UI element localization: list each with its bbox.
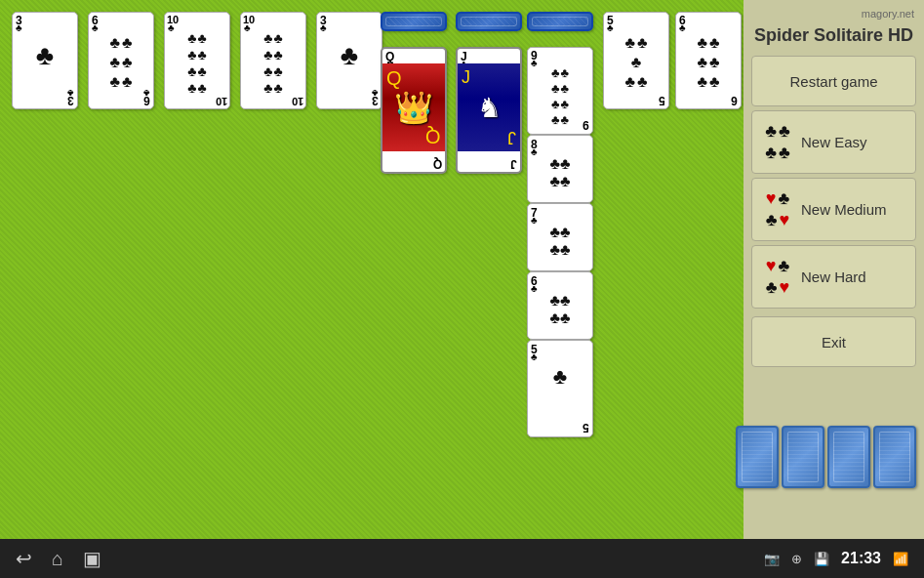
card-column-1: 3 ♣ ♣ 3 ♣ (12, 12, 78, 109)
status-bar: 📷 ⊕ 💾 21:33 📶 (764, 550, 908, 567)
card-column-10: 6 ♣ ♣♣ ♣♣ ♣♣ 6 (675, 12, 742, 109)
card-queen[interactable]: Q ♣ 👑 Q Q Q (381, 47, 447, 174)
card-column-9: 5 ♣ ♣♣ ♣ ♣♣ 5 (603, 12, 669, 109)
storage-icon: 💾 (814, 552, 829, 566)
card-facedown-col7 (456, 12, 522, 31)
card-jack[interactable]: J ♣ ♞ J J J (456, 47, 522, 174)
card-7-clubs[interactable]: 7 ♣ ♣♣♣♣ (527, 203, 593, 271)
card-column-7: J ♣ ♞ J J J (456, 12, 522, 158)
card-6-clubs[interactable]: 6 ♣ ♣♣ ♣♣ ♣♣ 6 ♣ (88, 12, 154, 109)
deck-card-4[interactable] (873, 426, 916, 488)
playing-area: 3 ♣ ♣ 3 ♣ 6 ♣ ♣♣ ♣♣ ♣♣ 6 ♣ (0, 0, 743, 539)
restart-button[interactable]: Restart game (751, 56, 916, 106)
deck-card-1[interactable] (736, 426, 779, 488)
deck-card-2[interactable] (782, 426, 824, 488)
new-hard-button[interactable]: ♥ ♣ ♣ ♥ New Hard (751, 245, 916, 309)
card-8-clubs[interactable]: 8 ♣ ♣♣♣♣ (527, 135, 593, 203)
hard-icon: ♥ ♣ ♣ ♥ (764, 256, 791, 298)
card-5-clubs[interactable]: 5 ♣ ♣ 5 (527, 340, 593, 437)
card-column-8: 9 ♣ ♣♣ ♣♣ ♣♣ ♣♣ 9 8 ♣ ♣♣♣♣ 7 ♣ ♣♣♣♣ (527, 12, 593, 422)
wifi-icon: ⊕ (791, 552, 802, 566)
card-column-3: 10 ♣ ♣♣ ♣♣ ♣♣ ♣♣ 10 (164, 12, 230, 109)
card-10-clubs-b[interactable]: 10 ♣ ♣♣ ♣♣ ♣♣ ♣♣ 10 (240, 12, 306, 109)
card-facedown-col8a (527, 12, 593, 31)
app-credit: magory.net (751, 8, 916, 21)
new-medium-label: New Medium (801, 201, 887, 218)
game-area: 3 ♣ ♣ 3 ♣ 6 ♣ ♣♣ ♣♣ ♣♣ 6 ♣ (0, 0, 743, 539)
new-easy-label: New Easy (801, 134, 867, 150)
new-medium-button[interactable]: ♥ ♣ ♣ ♥ New Medium (751, 178, 916, 241)
back-button[interactable]: ↩ (16, 547, 32, 570)
card-6-clubs-c[interactable]: 6 ♣ ♣♣ ♣♣ ♣♣ 6 (675, 12, 742, 109)
clubs-easy-icon: ♣ ♣ ♣ ♣ (764, 121, 791, 163)
time-display: 21:33 (841, 550, 881, 567)
medium-icon: ♥ ♣ ♣ ♥ (764, 188, 791, 230)
card-column-4: 10 ♣ ♣♣ ♣♣ ♣♣ ♣♣ 10 (240, 12, 306, 109)
screen-icon: 📷 (764, 552, 780, 566)
new-easy-button[interactable]: ♣ ♣ ♣ ♣ New Easy (751, 110, 916, 174)
card-5-clubs-b[interactable]: 5 ♣ ♣♣ ♣ ♣♣ 5 (603, 12, 669, 109)
card-column-6: Q ♣ 👑 Q Q Q (381, 12, 447, 158)
recents-button[interactable]: ▣ (83, 547, 101, 570)
exit-label: Exit (822, 334, 846, 351)
card-facedown-col6 (381, 12, 447, 31)
new-hard-label: New Hard (801, 268, 866, 285)
deck-card-3[interactable] (827, 426, 870, 488)
card-3-clubs-b[interactable]: 3 ♣ ♣ 3 ♣ (316, 12, 382, 109)
home-button[interactable]: ⌂ (52, 548, 63, 570)
sidebar: magory.net Spider Solitaire HD Restart g… (743, 0, 924, 539)
app-title: Spider Solitaire HD (751, 25, 916, 46)
card-column-5: 3 ♣ ♣ 3 ♣ (316, 12, 382, 109)
card-10-clubs-a[interactable]: 10 ♣ ♣♣ ♣♣ ♣♣ ♣♣ 10 (164, 12, 230, 109)
card-6-clubs-b[interactable]: 6 ♣ ♣♣♣♣ (527, 271, 593, 340)
restart-label: Restart game (789, 73, 877, 90)
card-9-clubs[interactable]: 9 ♣ ♣♣ ♣♣ ♣♣ ♣♣ 9 (527, 47, 593, 135)
card-3-clubs[interactable]: 3 ♣ ♣ 3 ♣ (12, 12, 78, 109)
exit-button[interactable]: Exit (751, 316, 916, 367)
bottom-bar: ↩ ⌂ ▣ 📷 ⊕ 💾 21:33 📶 (0, 539, 924, 578)
signal-icon: 📶 (893, 552, 908, 566)
card-column-2: 6 ♣ ♣♣ ♣♣ ♣♣ 6 ♣ (88, 12, 154, 109)
deck-area[interactable] (736, 426, 916, 488)
